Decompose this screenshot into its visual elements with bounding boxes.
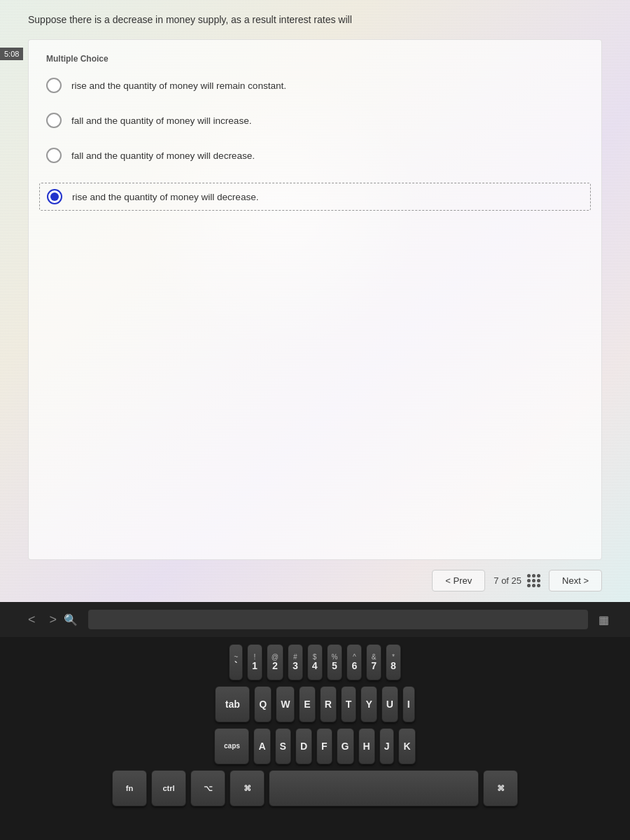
key-d[interactable]: D [295, 728, 312, 764]
key-cmd-right[interactable]: ⌘ [483, 770, 518, 806]
question-type-label: Multiple Choice [46, 54, 584, 64]
key-f[interactable]: F [316, 728, 332, 764]
keyboard-area: < > 🔍 ▦ ~ ` ! 1 @ 2 # 3 $ [0, 602, 630, 840]
question-card: Multiple Choice rise and the quantity of… [28, 39, 602, 560]
key-u[interactable]: U [382, 686, 398, 722]
prev-label: < Prev [445, 575, 472, 586]
spacebar-row: fn ctrl ⌥ ⌘ ⌘ [14, 770, 616, 806]
key-g[interactable]: G [337, 728, 354, 764]
option-d[interactable]: rise and the quantity of money will decr… [39, 183, 591, 211]
back-arrow[interactable]: < [21, 609, 43, 631]
option-a[interactable]: rise and the quantity of money will rema… [46, 78, 584, 93]
key-s[interactable]: S [275, 728, 291, 764]
key-i[interactable]: I [402, 686, 415, 722]
browser-toolbar: < > 🔍 ▦ [0, 602, 630, 637]
page-number: 7 of 25 [493, 575, 522, 586]
browser-icon: ▦ [598, 613, 609, 626]
radio-b[interactable] [46, 113, 62, 128]
key-cmd-left[interactable]: ⌘ [230, 770, 265, 806]
key-r[interactable]: R [320, 686, 337, 722]
option-c-text: fall and the quantity of money will decr… [71, 150, 255, 161]
key-q[interactable]: Q [254, 686, 272, 722]
key-a[interactable]: A [253, 728, 270, 764]
key-6[interactable]: ^ 6 [346, 644, 362, 680]
grid-icon[interactable] [527, 574, 540, 587]
screen-area: 5:08 Suppose there is a decrease in mone… [0, 0, 630, 602]
key-backtick[interactable]: ~ ` [229, 644, 243, 680]
key-8[interactable]: * 8 [386, 644, 401, 680]
radio-a[interactable] [46, 78, 62, 93]
radio-d[interactable] [47, 189, 62, 204]
key-caps[interactable]: caps [214, 728, 249, 764]
key-4[interactable]: $ 4 [307, 644, 323, 680]
key-w[interactable]: W [276, 686, 295, 722]
next-button[interactable]: Next > [549, 570, 602, 592]
option-b[interactable]: fall and the quantity of money will incr… [46, 113, 584, 128]
keyboard-body: ~ ` ! 1 @ 2 # 3 $ 4 % 5 [0, 637, 630, 819]
key-fn[interactable]: fn [112, 770, 147, 806]
timer-badge: 5:08 [0, 48, 23, 60]
radio-c[interactable] [46, 148, 62, 163]
option-d-text: rise and the quantity of money will decr… [72, 192, 258, 202]
option-a-text: rise and the quantity of money will rema… [71, 80, 286, 91]
key-3[interactable]: # 3 [288, 644, 303, 680]
key-tab[interactable]: tab [215, 686, 250, 722]
question-text: Suppose there is a decrease in money sup… [28, 10, 602, 25]
key-k[interactable]: K [398, 728, 415, 764]
asdf-row: caps A S D F G H J K [14, 728, 616, 764]
key-e[interactable]: E [299, 686, 315, 722]
page-info: 7 of 25 [493, 574, 540, 587]
key-t[interactable]: T [341, 686, 357, 722]
key-option[interactable]: ⌥ [190, 770, 225, 806]
next-label: Next > [562, 575, 589, 586]
key-spacebar[interactable] [269, 770, 479, 806]
key-7[interactable]: & 7 [366, 644, 382, 680]
timer-text: 5:08 [4, 50, 19, 58]
key-1[interactable]: ! 1 [247, 644, 262, 680]
key-j[interactable]: J [379, 728, 395, 764]
qwerty-row: tab Q W E R T Y U I [14, 686, 616, 722]
address-bar[interactable] [88, 610, 588, 629]
forward-arrow[interactable]: > [43, 609, 64, 631]
key-2[interactable]: @ 2 [267, 644, 284, 680]
key-ctrl[interactable]: ctrl [151, 770, 186, 806]
navigation-bar: < Prev 7 of 25 Next > [432, 570, 602, 592]
key-y[interactable]: Y [360, 686, 377, 722]
search-icon[interactable]: 🔍 [64, 613, 78, 626]
prev-button[interactable]: < Prev [432, 570, 485, 592]
option-b-text: fall and the quantity of money will incr… [71, 115, 251, 126]
option-c[interactable]: fall and the quantity of money will decr… [46, 148, 584, 163]
key-5[interactable]: % 5 [327, 644, 343, 680]
key-h[interactable]: H [358, 728, 375, 764]
number-row: ~ ` ! 1 @ 2 # 3 $ 4 % 5 [14, 644, 616, 680]
question-area: Suppose there is a decrease in money sup… [0, 0, 630, 602]
